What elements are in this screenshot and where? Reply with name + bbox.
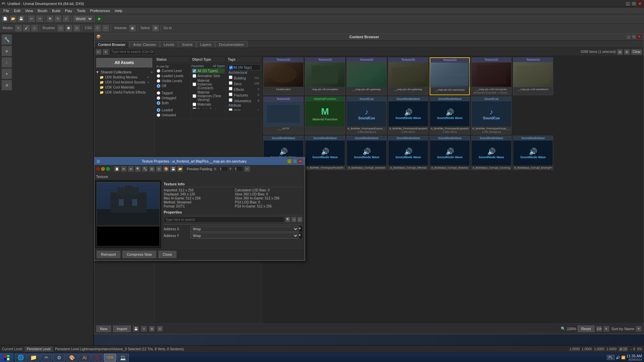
menu-edit[interactable]: Edit bbox=[12, 8, 22, 13]
open-btn[interactable]: 📂 bbox=[9, 15, 17, 22]
viewport[interactable]: N 📦 Content Browser _ □ ✕ Content Browse… bbox=[94, 33, 644, 353]
cb-maximize-btn[interactable]: □ bbox=[632, 35, 636, 39]
tag-deco-checkbox[interactable] bbox=[229, 81, 232, 84]
cb-filter-btn[interactable]: ▤ bbox=[617, 49, 623, 55]
taskbar-item-unknown[interactable]: 💻 bbox=[117, 354, 129, 362]
menu-preferences[interactable]: Preferences bbox=[88, 8, 112, 13]
taskbar-vs[interactable]: ⚙ bbox=[53, 354, 65, 362]
reset-zoom-button[interactable]: Reset bbox=[578, 325, 595, 332]
asset-vctf-small[interactable]: Texture2D ___VCTF bbox=[263, 97, 304, 134]
start-button[interactable] bbox=[0, 353, 13, 362]
compress-now-button[interactable]: Compress Now bbox=[122, 251, 156, 258]
asset-dm-sanctuary[interactable]: Texture2D __map-pic-dm-sanctuary bbox=[430, 57, 470, 95]
current-level-option[interactable]: Current Level bbox=[156, 68, 189, 73]
left-tool-4[interactable]: ✦ bbox=[1, 68, 12, 79]
tag-effects[interactable]: Effects 0 bbox=[227, 86, 261, 92]
asset-sound-node-7[interactable]: SoundNodeWave 🔊 SoundNode Wave A_BotStat… bbox=[430, 136, 470, 170]
sort-value[interactable]: Name bbox=[625, 327, 634, 331]
cb-view-btn[interactable]: ⊞ bbox=[624, 49, 630, 55]
tp-x-input[interactable] bbox=[218, 166, 228, 172]
asset-sound-node-5[interactable]: SoundNodeWave 🔊 SoundNode Wave A_BotStat… bbox=[346, 136, 387, 170]
all-tags-checkbox[interactable] bbox=[229, 66, 233, 69]
tp-y-input[interactable] bbox=[233, 166, 243, 172]
csg1[interactable]: ➕ bbox=[94, 24, 101, 32]
traffic-green[interactable] bbox=[106, 167, 110, 171]
new-btn[interactable]: 📄 bbox=[1, 15, 9, 22]
tp-tool9[interactable]: 💾 bbox=[170, 166, 176, 172]
asset-ctf-corruption[interactable]: Texture2D map-pic-ctf-corruption bbox=[305, 57, 345, 95]
tab-levels[interactable]: Levels bbox=[160, 41, 178, 48]
clock-area[interactable]: 11:35 AM 8/29/2014 bbox=[627, 354, 642, 361]
save-btn[interactable]: 💾 bbox=[133, 326, 139, 332]
tp-search-btn-2[interactable]: ◁ bbox=[291, 217, 297, 223]
tp-search-input[interactable] bbox=[164, 217, 284, 223]
tp-tool7[interactable]: ⊟ bbox=[156, 166, 162, 172]
import-button[interactable]: Import bbox=[113, 325, 131, 332]
all-assets-btn[interactable]: All Assets bbox=[96, 58, 152, 67]
mat-instances-time-option[interactable]: Material Instances (Time Varying) bbox=[192, 90, 225, 102]
tag-volumetrics[interactable]: Volumetrics 8 bbox=[227, 98, 261, 103]
tp-maximize-btn[interactable]: □ bbox=[292, 159, 297, 164]
asset-vctf-necropolis[interactable]: Texture2D __map-pic-vctf-necropolis Stre… bbox=[471, 57, 512, 95]
geometry-mode[interactable]: ◇ bbox=[31, 24, 38, 32]
asset-dm-deck[interactable]: Texture2D __map-pic-dm-gateway bbox=[346, 57, 387, 95]
all-types-option[interactable]: All (53 Types) bbox=[192, 68, 225, 73]
tp-y-scroll[interactable]: ▾ bbox=[299, 233, 303, 239]
sel1[interactable]: ⊞ bbox=[152, 24, 159, 32]
redo-btn[interactable]: ↪ bbox=[36, 15, 43, 22]
asset-sound-node-8[interactable]: SoundNodeWave 🔊 SoundNode Wave A_BotStat… bbox=[471, 136, 512, 170]
visible-levels-option[interactable]: Visible Levels bbox=[156, 78, 189, 83]
view-large-btn[interactable]: ⊡ bbox=[157, 326, 163, 332]
vol1[interactable]: ▣ bbox=[129, 24, 136, 32]
rotate-btn[interactable]: ↻ bbox=[54, 15, 62, 22]
tab-scene[interactable]: Scene bbox=[178, 41, 196, 48]
size-down-btn[interactable]: 128 bbox=[596, 326, 602, 332]
move-btn[interactable]: ✥ bbox=[46, 15, 54, 22]
asset-dm-gateway[interactable]: Texture2D __map-pic-dm-gateway bbox=[388, 57, 428, 95]
tp-tool4[interactable]: 🔍 bbox=[135, 166, 141, 172]
loaded-levels-radio[interactable] bbox=[157, 74, 160, 77]
close-button[interactable]: ✕ bbox=[637, 1, 643, 6]
taskbar-explorer[interactable]: 📁 bbox=[28, 354, 40, 362]
tag-effects-checkbox[interactable] bbox=[229, 87, 232, 90]
asset-sound-node-4[interactable]: SoundNodeWave 🔊 SoundNode Wave A_BioRifl… bbox=[305, 136, 345, 170]
collection-ambient-sounds[interactable]: 📁 UDK Cool Ambient Sounds + bbox=[94, 80, 154, 85]
maximize-button[interactable]: □ bbox=[631, 1, 637, 6]
cb-clear-btn[interactable]: Clear bbox=[631, 49, 642, 55]
off-radio[interactable] bbox=[157, 84, 160, 87]
tab-actor-classes[interactable]: Actor Classes bbox=[129, 41, 160, 48]
loaded-radio[interactable] bbox=[157, 108, 160, 112]
off-option[interactable]: Off bbox=[156, 83, 189, 88]
collection-add-icon[interactable]: + bbox=[147, 76, 149, 79]
mat-instances-const-option[interactable]: Material Instances (Constant) bbox=[192, 78, 225, 90]
traffic-yellow[interactable] bbox=[101, 167, 105, 171]
asset-material-function[interactable]: MaterialFunction M Material Function bbox=[305, 97, 345, 134]
asset-sound-cue-2[interactable]: SoundCue ♪ SoundCue A_BioRifle_FireImpac… bbox=[471, 97, 512, 134]
tp-minimize-btn[interactable]: _ bbox=[287, 159, 292, 164]
asset-sound-cue-1[interactable]: SoundCue ♪ SoundCue A_BioRifle_FireImpac… bbox=[346, 97, 387, 134]
tp-search-btn-1[interactable]: 🔍 bbox=[285, 217, 290, 223]
reimport-button[interactable]: Reimport bbox=[97, 251, 120, 258]
left-tool-2[interactable]: ⊕ bbox=[1, 46, 12, 56]
menu-brush[interactable]: Brush bbox=[36, 8, 49, 13]
tp-tool8[interactable]: 🎨 bbox=[163, 166, 169, 172]
taskbar-ie[interactable]: 🌐 bbox=[15, 354, 27, 362]
cb-back-btn[interactable]: ↩ bbox=[96, 49, 102, 55]
tagged-option[interactable]: Tagged bbox=[156, 90, 189, 96]
left-tool-1[interactable]: 🔧 bbox=[1, 34, 12, 45]
tag-fractures[interactable]: Fractures 0 bbox=[227, 92, 261, 98]
mat-instances-time-checkbox[interactable] bbox=[193, 94, 196, 98]
collection-add-icon[interactable]: + bbox=[147, 81, 149, 84]
asset-sound-node-9[interactable]: SoundNodeWave 🔊 SoundNode Wave A_BotStat… bbox=[513, 136, 553, 170]
collection-cool-materials[interactable]: 📁 UDK Cool Materials bbox=[94, 85, 154, 90]
select-mode[interactable]: ↖ bbox=[15, 24, 22, 32]
tag-building[interactable]: Building 111 bbox=[227, 75, 261, 80]
unloaded-radio[interactable] bbox=[157, 113, 160, 117]
menu-build[interactable]: Build bbox=[50, 8, 62, 13]
animation-sets-option[interactable]: Animation Sets bbox=[192, 73, 225, 78]
asset-sound-node-1[interactable]: SoundNodeWave 🔊 SoundNode Wave A_BioRifl… bbox=[388, 97, 428, 134]
taskbar-opera[interactable]: O bbox=[91, 354, 103, 362]
view-list-btn[interactable]: ≡ bbox=[141, 326, 147, 332]
tp-search-btn-3[interactable]: ▷ bbox=[297, 217, 303, 223]
taskbar-ps[interactable]: 🎨 bbox=[66, 354, 78, 362]
